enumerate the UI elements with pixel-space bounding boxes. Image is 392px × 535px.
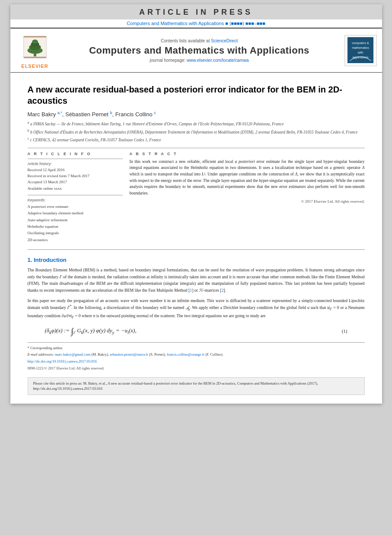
elsevier-label: ELSEVIER [21,64,48,69]
corresponding-note: * Corresponding author. [28,345,365,351]
aip-text: ARTICLE IN PRESS [139,8,253,16]
history-label: Article history: [28,162,123,166]
email-note: E-mail addresses: marc.bakry@gmail.com (… [28,352,365,357]
keyword-2: Adaptive boundary element method [28,210,123,217]
equation-content: (δkφ)(x) := ∫Γ Gk(x, y) φ(y) dyy = −ui(x… [45,326,137,336]
equation-1: (δkφ)(x) := ∫Γ Gk(x, y) φ(y) dyy = −ui(x… [45,326,347,336]
footnote-section: * Corresponding author. E-mail addresses… [28,342,365,371]
divider-keywords [28,195,123,195]
affil-b: b b Office National d'Études et de Reche… [28,128,365,135]
keyword-4: Helmholtz equation [28,223,123,230]
divider-intro [28,249,365,250]
svg-text:with: with [357,51,363,54]
content-area: A new accurate residual-based a posterio… [10,73,382,404]
svg-text:mathematics: mathematics [352,46,369,49]
affiliations: a a INRIA Saclay — Ile de France, bâtime… [28,120,365,143]
equation-number: (1) [342,328,347,334]
svg-rect-7 [23,57,46,58]
article-title: A new accurate residual-based a posterio… [28,84,365,106]
doi-link[interactable]: http://dx.doi.org/10.1016/j.camwa.2017.0… [28,359,97,363]
keyword-3: Auto-adaptive refinement [28,217,123,223]
keyword-5: Oscillating integrals [28,230,123,236]
divider-top [28,148,365,148]
journal-logo-right: computers & mathematics with application… [344,35,377,66]
journal-middle: Contents lists available at ScienceDirec… [61,38,338,63]
divider-info [28,159,123,159]
affil-c: c c CERFACS, 42 avenue Gaspard Coriolis,… [28,136,365,143]
abstract-copyright: © 2017 Elsevier Ltd. All rights reserved… [130,199,365,204]
citation-box: Please cite this article in press as: M.… [28,377,365,395]
intro-heading: 1. Introduction [28,257,365,263]
sciencedirect-link[interactable]: ScienceDirect [211,38,238,43]
article-info-column: A R T I C L E I N F O Article history: R… [28,152,123,243]
keyword-6: 2D-acoustics [28,237,123,243]
keywords-list: A posteriori error estimate Adaptive bou… [28,204,123,243]
svg-rect-8 [347,37,373,63]
intro-paragraph-1: The Boundary Element Method (BEM) is a m… [28,267,365,294]
aip-banner: ARTICLE IN PRESS [10,4,382,19]
article-info-heading: A R T I C L E I N F O [28,152,123,156]
svg-point-5 [32,40,38,44]
page: ARTICLE IN PRESS Computers and Mathemati… [10,4,382,404]
article-dates: Received 12 April 2016 Received in revis… [28,167,123,192]
abstract-column: A B S T R A C T In this work we construc… [130,152,365,243]
issn-line: 0898-1221/© 2017 Elsevier Ltd. All right… [28,366,365,371]
keyword-1: A posteriori error estimate [28,204,123,210]
svg-text:computers &: computers & [352,41,369,45]
doi-line: http://dx.doi.org/10.1016/j.camwa.2017.0… [28,359,365,364]
elsevier-tree-icon [20,32,50,62]
abstract-heading: A B S T R A C T [130,152,365,156]
authors-line: Marc Bakry a,*, Sébastien Pernet b, Fran… [28,111,365,118]
journal-homepage: journal homepage: www.elsevier.com/locat… [61,58,338,63]
aip-subtitle: Computers and Mathematics with Applicati… [10,19,382,28]
abstract-text: In this work we construct a new reliable… [130,159,365,197]
cm-logo-icon: computers & mathematics with application… [347,37,373,63]
journal-title: Computers and Mathematics with Applicati… [61,45,338,56]
journal-header: ELSEVIER Contents lists available at Sci… [10,28,382,73]
keywords-label: Keywords: [28,198,123,202]
elsevier-logo: ELSEVIER [16,32,54,69]
affil-a: a a INRIA Saclay — Ile de France, bâtime… [28,120,365,127]
info-abstract-section: A R T I C L E I N F O Article history: R… [28,152,365,243]
intro-paragraph-2: In this paper we study the propagation o… [28,297,365,320]
svg-rect-6 [23,36,46,38]
sciencedirect-line: Contents lists available at ScienceDirec… [61,38,338,43]
